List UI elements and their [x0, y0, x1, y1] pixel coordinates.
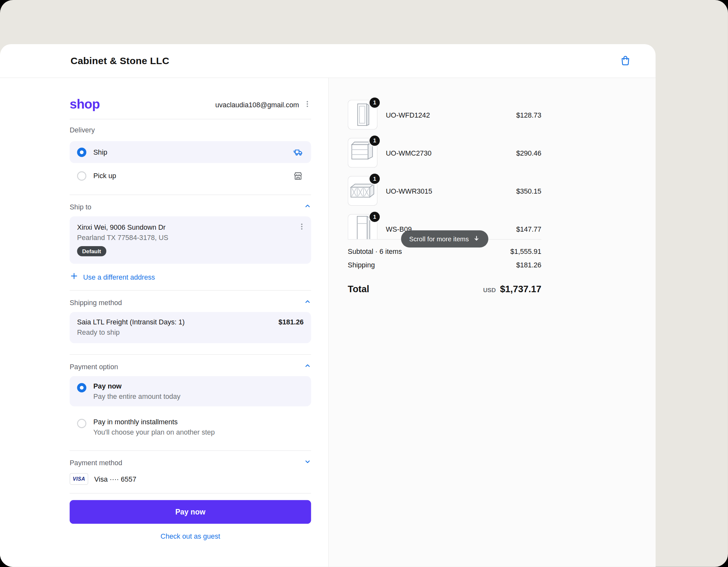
- payment-method-header: Payment method: [70, 458, 311, 467]
- item-price: $147.77: [516, 225, 541, 233]
- shipping-method-collapse-button[interactable]: [304, 298, 311, 306]
- address-name-line: Xinxi Wei, 9006 Sundown Dr: [77, 223, 303, 231]
- account-email: uvaclaudia108@gmail.com: [215, 101, 299, 109]
- cart-item: 1 UO-WFD1242 $128.73: [348, 96, 541, 134]
- kebab-menu-icon: [298, 223, 305, 232]
- quantity-badge: 1: [369, 211, 380, 223]
- use-different-address-label: Use a different address: [83, 273, 155, 281]
- account-menu-button[interactable]: [304, 100, 311, 109]
- subtotal-value: $1,555.91: [510, 247, 541, 255]
- payment-option-collapse-button[interactable]: [304, 362, 311, 370]
- delivery-option-ship[interactable]: Ship: [70, 141, 311, 163]
- ship-to-header: Ship to: [70, 202, 311, 211]
- scroll-pill-label: Scroll for more items: [409, 235, 469, 243]
- content: shop uvaclaudia108@gmail.com Delivery: [0, 78, 656, 567]
- use-different-address-link[interactable]: Use a different address: [70, 271, 311, 283]
- pay-now-subtitle: Pay the entire amount today: [93, 392, 180, 400]
- cart-item: 1 UO-WMC2730 $290.46: [348, 134, 541, 172]
- quantity-badge: 1: [369, 173, 380, 185]
- plus-icon: [70, 271, 78, 282]
- shipping-method-label: Shipping method: [70, 298, 122, 306]
- shipping-total-label: Shipping: [348, 261, 375, 269]
- checkout-form-column: shop uvaclaudia108@gmail.com Delivery: [0, 78, 328, 567]
- page-title: Cabinet & Stone LLC: [71, 55, 169, 67]
- subtotal-label: Subtotal · 6 items: [348, 247, 402, 255]
- item-thumbnail: 1: [348, 100, 378, 130]
- item-thumbnail: 1: [348, 138, 378, 168]
- radio-pay-now[interactable]: [77, 383, 86, 392]
- quantity-badge: 1: [369, 97, 380, 109]
- address-menu-button[interactable]: [298, 223, 305, 232]
- kebab-menu-icon: [304, 100, 311, 109]
- item-price: $290.46: [516, 149, 541, 157]
- checkout-window: Cabinet & Stone LLC shop: [0, 0, 728, 567]
- shipping-method-card[interactable]: Saia LTL Freight (Intransit Days: 1) $18…: [70, 312, 311, 343]
- item-thumbnail: 1: [348, 214, 378, 239]
- shipping-method-status: Ready to ship: [77, 328, 303, 336]
- payment-option-installments[interactable]: Pay in monthly installments You'll choos…: [70, 412, 311, 442]
- item-thumbnail: 1: [348, 176, 378, 206]
- address-city-line: Pearland TX 77584-3178, US: [77, 234, 303, 242]
- checkout-as-guest-link[interactable]: Check out as guest: [160, 532, 220, 540]
- pay-now-title: Pay now: [93, 382, 180, 390]
- item-price: $350.15: [516, 187, 541, 195]
- shopping-bag-icon: [619, 54, 631, 68]
- delivery-section-label: Delivery: [70, 126, 311, 134]
- payment-option-label: Payment option: [70, 362, 118, 370]
- visa-logo: VISA: [70, 473, 88, 485]
- delivery-option-label: Ship: [93, 148, 107, 156]
- divider: [70, 354, 311, 355]
- order-summary-column: 1 UO-WFD1242 $128.73: [328, 78, 656, 567]
- radio-pickup[interactable]: [77, 171, 86, 180]
- subtotal-row: Subtotal · 6 items $1,555.91: [348, 247, 541, 261]
- divider: [70, 290, 311, 291]
- default-address-badge: Default: [77, 246, 106, 256]
- shipping-method-price: $181.26: [278, 318, 303, 326]
- chevron-up-icon: [304, 362, 311, 370]
- total-row: Total USD $1,737.17: [348, 281, 541, 297]
- cart-items-list: 1 UO-WFD1242 $128.73: [348, 96, 541, 239]
- delivery-option-pickup[interactable]: Pick up: [70, 165, 311, 187]
- chevron-up-icon: [304, 202, 311, 211]
- chevron-up-icon: [304, 298, 311, 306]
- pay-now-button[interactable]: Pay now: [70, 500, 311, 524]
- divider: [70, 119, 311, 119]
- radio-installments[interactable]: [77, 419, 86, 428]
- installments-title: Pay in monthly installments: [93, 418, 215, 426]
- payment-option-header: Payment option: [70, 362, 311, 370]
- truck-icon: [292, 147, 304, 158]
- payment-method-expand-button[interactable]: [304, 458, 311, 467]
- arrow-down-icon: [473, 235, 480, 243]
- chevron-down-icon: [304, 458, 311, 467]
- payment-option-pay-now[interactable]: Pay now Pay the entire amount today: [70, 376, 311, 406]
- ship-to-label: Ship to: [70, 203, 91, 211]
- divider: [70, 195, 311, 195]
- shop-pay-logo: shop: [70, 98, 100, 111]
- cart-item: 1 UO-WWR3015 $350.15: [348, 172, 541, 210]
- checkout-card: Cabinet & Stone LLC shop: [0, 44, 656, 567]
- cart-bag-button[interactable]: [618, 53, 633, 69]
- shipping-row: Shipping $181.26: [348, 261, 541, 274]
- installments-subtitle: You'll choose your plan on another step: [93, 428, 215, 436]
- item-price: $128.73: [516, 111, 541, 119]
- payment-method-label: Payment method: [70, 458, 122, 466]
- item-name: UO-WFD1242: [386, 111, 430, 119]
- ship-to-collapse-button[interactable]: [304, 202, 311, 211]
- radio-ship[interactable]: [77, 148, 86, 157]
- header: Cabinet & Stone LLC: [0, 44, 656, 78]
- shop-account-row: shop uvaclaudia108@gmail.com: [70, 94, 311, 115]
- quantity-badge: 1: [369, 135, 380, 147]
- shipping-method-header: Shipping method: [70, 298, 311, 306]
- card-display-text: Visa ···· 6557: [94, 475, 137, 483]
- saved-card-row: VISA Visa ···· 6557: [70, 473, 311, 485]
- total-label: Total: [348, 283, 369, 294]
- divider: [70, 450, 311, 451]
- currency-code: USD: [483, 286, 496, 293]
- divider: [70, 493, 311, 494]
- shipping-total-value: $181.26: [516, 261, 541, 269]
- scroll-for-more-items-button[interactable]: Scroll for more items: [401, 230, 488, 247]
- item-name: UO-WMC2730: [386, 149, 432, 157]
- shipping-address-card[interactable]: Xinxi Wei, 9006 Sundown Dr Pearland TX 7…: [70, 216, 311, 264]
- screen: Cabinet & Stone LLC shop: [0, 0, 728, 567]
- item-name: UO-WWR3015: [386, 187, 432, 195]
